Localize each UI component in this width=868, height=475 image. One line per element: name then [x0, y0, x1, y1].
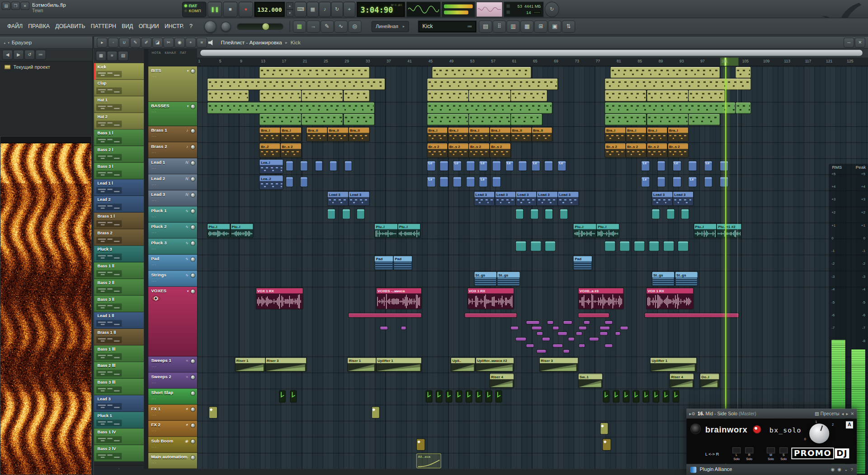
track-header-pluck-2[interactable]: Pluck 2...∿ [148, 223, 197, 238]
clip-bra..l[interactable]: Bra..l [281, 127, 301, 141]
clip-voxes[interactable] [527, 344, 534, 347]
clip-bits[interactable] [511, 90, 547, 101]
clip-basses[interactable] [511, 114, 542, 125]
timeline-bar-125[interactable]: 125 [847, 59, 853, 63]
typing-keyboard-icon[interactable]: ⌨ [295, 2, 306, 16]
timeline-bar-73[interactable]: 73 [575, 59, 580, 63]
refresh-icon[interactable]: ↺ [25, 50, 34, 59]
mute-tool-icon[interactable]: ◉ [175, 38, 184, 47]
clip-lead-3[interactable]: Lead 3 [495, 191, 515, 205]
clip-bra..l[interactable]: Bra..l [469, 127, 490, 141]
clip-short-slap[interactable] [613, 391, 619, 402]
clip-le[interactable]: Le [689, 177, 697, 187]
timeline-bar-65[interactable]: 65 [533, 59, 538, 63]
clip-bits[interactable] [605, 90, 646, 101]
clip-lead-2[interactable] [493, 177, 500, 187]
clip-fx-2[interactable]: ◆ [600, 423, 608, 434]
clip-lead-1[interactable] [519, 161, 527, 171]
timeline-bar-81[interactable]: 81 [617, 59, 621, 63]
clip-fx-1[interactable]: ◆ [372, 407, 379, 418]
clip-riser-1[interactable]: Riser 1 [348, 358, 376, 372]
step-sequencer-icon[interactable]: ⠿ [493, 21, 505, 32]
clip-basses[interactable] [647, 114, 688, 125]
pattern-item-bass-2-lll[interactable]: Bass 2 lll [94, 362, 144, 379]
clip-le[interactable]: Le [532, 161, 539, 171]
timeline-bar-41[interactable]: 41 [407, 59, 412, 63]
clip-pluck-3[interactable] [678, 242, 688, 251]
spectrogram-titlebar[interactable] [0, 137, 91, 143]
clip-pluck-3[interactable] [620, 242, 630, 251]
clip-st..gs[interactable]: St..gs [675, 272, 698, 286]
magnet-icon[interactable]: ∪ [119, 38, 129, 47]
timeline-ruler[interactable]: 1591317212529333741454953576165697377818… [197, 57, 868, 66]
clip-lead-2[interactable] [673, 177, 681, 187]
clip-voxes[interactable] [558, 332, 566, 335]
close-playlist-icon[interactable]: ✕ [855, 38, 865, 47]
main-pitch-knob[interactable] [221, 21, 231, 31]
pattern-item-hat-1[interactable]: Hat 1 [94, 96, 144, 113]
clip-riser-1[interactable]: Riser 1 [235, 358, 265, 372]
wait-for-input-icon[interactable]: ↻ [331, 2, 342, 16]
clip-basses[interactable] [302, 114, 343, 125]
pattern-item-brass-1-ll[interactable]: Brass 1 ll [94, 329, 144, 346]
browser-item-current-project[interactable]: Текущий проект [0, 62, 92, 72]
overdub-icon[interactable]: + [344, 2, 354, 16]
clip-plu..l[interactable]: Plu..l [375, 223, 397, 238]
clip-st..gs[interactable]: St..gs [652, 272, 675, 286]
plugin-titlebar[interactable]: ▸⚙ 16. Mid - Side Solo (Master) ▤ Пресет… [686, 408, 857, 418]
multilink-icon[interactable]: ▦ [307, 2, 318, 16]
pattern-item-lead-2[interactable]: Lead 2 [94, 196, 144, 213]
clip-bits[interactable] [433, 67, 531, 78]
track-header-short-slap[interactable]: Short Slap... [148, 389, 197, 404]
tempo-display[interactable]: 132.000 [255, 2, 284, 16]
track-header-strings[interactable]: Strings...∿ [148, 271, 197, 286]
ab-compare-button[interactable]: A [846, 421, 853, 428]
clip-lead-1[interactable] [720, 161, 728, 171]
clip-br..s-2[interactable]: Br..s 2 [427, 143, 448, 157]
button-face[interactable] [745, 448, 753, 453]
eye-icon[interactable] [152, 296, 160, 301]
clip-pluck-1[interactable] [546, 209, 553, 219]
clip-basses[interactable] [427, 114, 468, 125]
clip-voxes--..микса[interactable]: VOXES -..микса [377, 288, 421, 309]
track-header-brass-2[interactable]: Brass 2...♪ [148, 142, 197, 158]
clip-lead-1[interactable] [689, 161, 697, 171]
track-header-lead-2[interactable]: Lead 2...N [148, 174, 197, 190]
collapse-down-icon[interactable]: ▾ [8, 40, 9, 44]
clip-voxes[interactable] [563, 321, 572, 324]
clip-lead-1[interactable] [344, 161, 351, 171]
preset-prev-icon[interactable]: ◂ [842, 411, 844, 416]
track-mute-led[interactable] [191, 290, 195, 294]
clip-bra..ll[interactable]: Bra..ll [307, 127, 327, 141]
timeline-bar-49[interactable]: 49 [449, 59, 454, 63]
clip-br..s-2[interactable]: Br..s 2 [448, 143, 468, 157]
clip-riser-4[interactable]: Riser 4 [670, 374, 694, 388]
track-mute-led[interactable] [191, 274, 195, 278]
forward-icon[interactable]: ▶ [14, 50, 24, 59]
record-button[interactable]: ● [239, 2, 252, 16]
track-header-fx-1[interactable]: FX 1...✦ [148, 405, 197, 421]
timeline-bar-109[interactable]: 109 [763, 59, 769, 63]
clip-pluck-3[interactable] [664, 242, 674, 251]
solo-mode-knob[interactable] [809, 423, 829, 443]
clip-le[interactable]: Le [427, 177, 435, 187]
clip-plu..l[interactable]: Plu..l [694, 223, 716, 238]
pa-collapse-icon[interactable]: ⌄ [844, 467, 848, 472]
clip-lead-3[interactable]: Lead 3 [516, 191, 537, 205]
track-collapse-icon[interactable]: ▾ [187, 69, 189, 73]
stop-button[interactable]: ■ [224, 2, 237, 16]
clip-pluck-1[interactable] [681, 209, 689, 219]
horizontal-scrollbar[interactable] [200, 50, 863, 56]
pattern-item-bass-2-ll[interactable]: Bass 2 ll [94, 279, 144, 296]
slider-thumb[interactable] [262, 23, 269, 30]
timeline-bar-57[interactable]: 57 [491, 59, 495, 63]
clip-sub-boom[interactable]: ◆ [417, 439, 425, 450]
track-mute-led[interactable] [191, 391, 195, 395]
clip-short-slap[interactable] [280, 391, 285, 402]
pointer-tool-icon[interactable]: ▸ [98, 38, 107, 47]
clip-short-slap[interactable] [633, 391, 639, 402]
timeline-bar-37[interactable]: 37 [387, 59, 391, 63]
clip-pluck-3[interactable] [634, 242, 644, 251]
track-mute-led[interactable] [191, 69, 195, 73]
timeline-bar-121[interactable]: 121 [826, 59, 832, 63]
